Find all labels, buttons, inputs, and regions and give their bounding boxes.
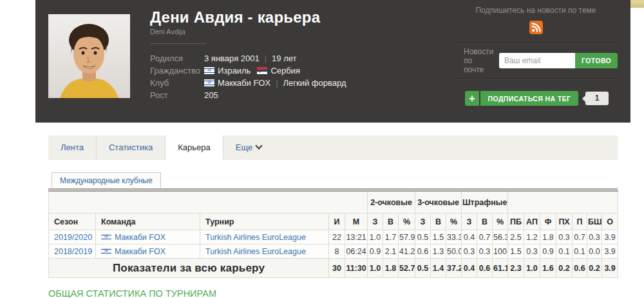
col-ft-pct: % — [493, 214, 508, 230]
stat-cell: 100.0 — [493, 244, 508, 259]
col-2pt-att: В — [383, 214, 399, 230]
team-link[interactable]: Маккаби FOX — [115, 233, 166, 242]
born-age: 19 лет — [272, 52, 296, 65]
col-steals: ПХ — [556, 214, 573, 230]
stat-cell: 1.0 — [368, 230, 383, 244]
group-2pt: 2-очковые — [368, 191, 415, 214]
stat-cell: 2.3 — [508, 259, 524, 278]
col-blocks: БШ — [587, 214, 602, 230]
tab-lenta[interactable]: Лента — [48, 135, 96, 160]
serbia-flag-icon — [257, 67, 267, 74]
group-empty — [508, 191, 618, 214]
stat-cell: 33.3 — [446, 230, 462, 244]
stat-cell: 0.3 — [524, 244, 540, 259]
chevron-down-icon — [256, 142, 263, 149]
email-submit-button[interactable]: ГОТОВО — [575, 53, 618, 68]
email-news-label: Новости по почте — [464, 47, 493, 74]
subscribe-panel: Подпишитесь на новости по теме Новости п… — [455, 0, 616, 123]
tab-more[interactable]: Еще — [223, 135, 274, 160]
stat-cell: 1.8 — [540, 230, 556, 244]
col-fouls: Ф — [540, 214, 556, 230]
stat-cell: 30 — [329, 259, 345, 278]
email-input[interactable] — [499, 53, 575, 68]
stat-cell: 0.4 — [462, 230, 477, 244]
stat-cell: 11:30 — [345, 259, 368, 278]
tournament-link[interactable]: Turkish Airlines EuroLeague — [205, 247, 306, 256]
plus-icon[interactable]: + — [465, 91, 479, 106]
page-title: Дени Авдия - карьера — [150, 8, 427, 26]
group-empty — [49, 191, 368, 214]
stat-cell: 0.5 — [415, 230, 431, 244]
stat-cell: 37.2 — [446, 259, 462, 278]
stat-cell: 8 — [329, 244, 345, 259]
content: Лента Статистика Карьера Еще Международн… — [48, 135, 618, 298]
info-row-born: Родился 3 января 2001 | 19 лет — [150, 52, 427, 65]
stat-cell: 57.9 — [399, 230, 415, 244]
overall-tournament-stats-link[interactable]: ОБЩАЯ СТАТИСТИКА ПО ТУРНИРАМ — [48, 288, 216, 298]
stat-cell: 1.0 — [524, 259, 540, 278]
season-link[interactable]: 2018/2019 — [54, 247, 92, 256]
subscribe-title: Подпишитесь на новости по теме — [455, 0, 616, 15]
info-row-citizenship: Гражданство Израиль Сербия — [150, 65, 427, 77]
stat-cell: 0.2 — [556, 259, 573, 278]
citizenship-country-1: Израиль — [218, 65, 251, 77]
rss-icon[interactable] — [529, 21, 543, 34]
page-subtitle-latin: Deni Avdija — [150, 28, 427, 35]
club-position: Легкий форвард — [283, 77, 346, 89]
club-label: Клуб — [150, 77, 204, 89]
israel-flag-icon — [204, 79, 214, 86]
stat-cell: 2.5 — [508, 230, 524, 244]
tournament-link[interactable]: Turkish Airlines EuroLeague — [205, 233, 306, 242]
stat-cell: 1.0 — [368, 259, 383, 278]
born-label: Родился — [150, 52, 204, 65]
stat-cell: 1.4 — [431, 259, 446, 278]
height-value: 205 — [204, 89, 218, 101]
col-3pt-att: В — [431, 214, 446, 230]
stat-cell: 50.0 — [446, 244, 462, 259]
col-rebounds: ПБ — [508, 214, 524, 230]
tab-career[interactable]: Карьера — [165, 135, 223, 160]
col-team: Команда — [96, 214, 200, 230]
stat-cell: 1.3 — [431, 244, 446, 259]
stat-cell: 41.2 — [399, 244, 415, 259]
stat-cell: 1.6 — [540, 259, 556, 278]
stat-cell: 2.1 — [383, 244, 399, 259]
subscribe-tag-button[interactable]: ПОДПИСАТЬСЯ НА ТЕГ — [480, 91, 578, 106]
table-row-2018-2019: 2018/2019 Маккаби FOX Turkish Airlines E… — [49, 244, 618, 259]
israel-flag-icon — [101, 248, 111, 255]
col-turnovers: П — [573, 214, 587, 230]
stat-cell: 0.2 — [587, 259, 602, 278]
col-season: Сезон — [49, 214, 96, 230]
stat-cell: 1.7 — [383, 230, 399, 244]
stat-cell: 06:24 — [345, 244, 368, 259]
team-link[interactable]: Маккаби FOX — [115, 247, 166, 256]
stat-cell: 0.3 — [587, 230, 602, 244]
citizenship-country-2: Сербия — [270, 65, 300, 77]
stat-cell: 3.9 — [602, 230, 618, 244]
col-3pt-pct: % — [446, 214, 462, 230]
stat-cell: 0.6 — [573, 259, 587, 278]
citizenship-label: Гражданство — [150, 65, 204, 77]
tab-statistics[interactable]: Статистика — [96, 135, 165, 160]
info-row-height: Рост 205 — [150, 89, 427, 101]
tab-bar: Лента Статистика Карьера Еще — [48, 135, 618, 160]
subtab-international-clubs[interactable]: Международные клубные — [52, 172, 161, 188]
col-2pt-pct: % — [399, 214, 415, 230]
stat-cell: 0.1 — [556, 244, 573, 259]
page: Дени Авдия - карьера Deni Avdija Родился… — [0, 0, 644, 298]
israel-flag-icon — [101, 233, 111, 241]
career-stats-table: 2-очковые 3-очковые Штрафные Сезон Коман… — [48, 190, 618, 278]
table-row-2019-2020: 2019/2020 Маккаби FOX Turkish Airlines E… — [49, 230, 618, 244]
column-header-row: Сезон Команда Турнир И М З В % З В % З В… — [49, 214, 618, 230]
stat-cell: 61.1 — [493, 259, 508, 278]
height-label: Рост — [150, 89, 204, 101]
subtab-row: Международные клубные — [48, 172, 618, 190]
israel-flag-icon — [204, 67, 214, 74]
season-link[interactable]: 2019/2020 — [54, 233, 92, 242]
group-header-row: 2-очковые 3-очковые Штрафные — [49, 191, 618, 214]
stat-cell: 0.5 — [415, 259, 431, 278]
stat-cell: 52.7 — [399, 259, 415, 278]
subscriber-count-badge[interactable]: 1 — [585, 92, 609, 105]
col-2pt-made: З — [368, 214, 383, 230]
col-points: О — [602, 214, 618, 230]
